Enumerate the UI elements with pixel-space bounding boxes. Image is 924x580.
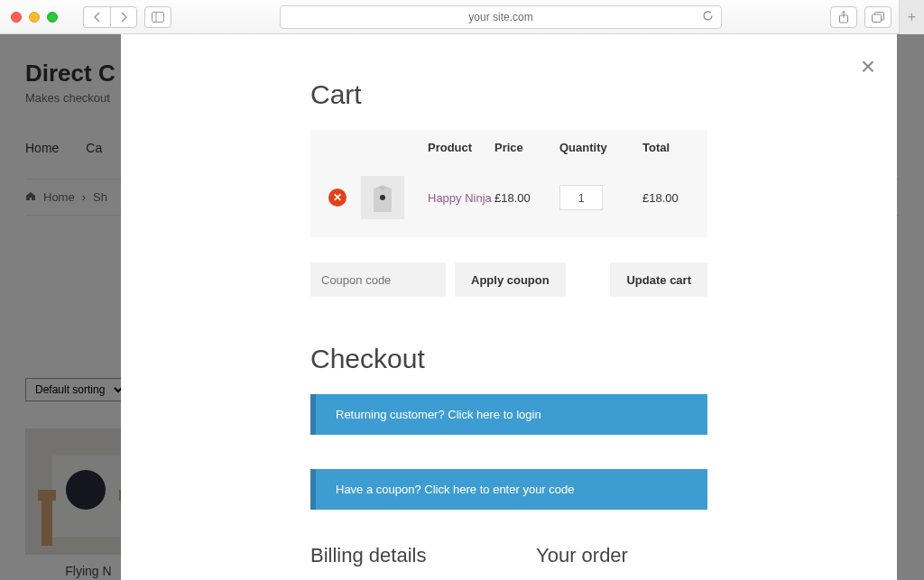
col-total: Total: [642, 141, 707, 154]
col-quantity: Quantity: [559, 141, 642, 154]
item-thumbnail: [361, 176, 404, 219]
checkout-modal: × Cart Product Price Quantity Total ✕: [121, 34, 897, 580]
share-icon[interactable]: [830, 6, 857, 28]
returning-customer-text: Returning customer? Click here to login: [336, 408, 541, 421]
url-text: your site.com: [468, 11, 532, 23]
item-price: £18.00: [494, 191, 559, 205]
cart-heading: Cart: [310, 79, 707, 110]
col-product: Product: [428, 141, 494, 154]
window-controls: [11, 12, 58, 23]
browser-toolbar: your site.com +: [0, 0, 924, 34]
svg-point-13: [380, 195, 385, 200]
svg-rect-0: [152, 12, 164, 22]
maximize-window-button[interactable]: [47, 12, 58, 23]
new-tab-button[interactable]: +: [899, 0, 924, 34]
close-window-button[interactable]: [11, 12, 22, 23]
col-price: Price: [494, 141, 559, 154]
close-icon[interactable]: ×: [861, 54, 875, 79]
item-name-link[interactable]: Happy Ninja: [428, 191, 492, 205]
update-cart-button[interactable]: Update cart: [610, 262, 707, 297]
billing-details-heading: Billing details: [310, 544, 482, 567]
reload-icon[interactable]: [702, 10, 714, 24]
apply-coupon-button[interactable]: Apply coupon: [455, 262, 566, 297]
remove-item-button[interactable]: ✕: [328, 189, 346, 207]
returning-customer-banner[interactable]: Returning customer? Click here to login: [310, 394, 707, 435]
back-button[interactable]: [83, 6, 110, 28]
cart-item-row: ✕ Happy Ninja £18.00 £18.00: [310, 165, 707, 237]
forward-button[interactable]: [110, 6, 137, 28]
item-total: £18.00: [642, 191, 707, 205]
svg-rect-4: [873, 14, 882, 23]
quantity-input[interactable]: [559, 185, 603, 210]
coupon-input[interactable]: [310, 262, 446, 297]
checkout-heading: Checkout: [310, 344, 707, 374]
have-coupon-banner[interactable]: Have a coupon? Click here to enter your …: [310, 469, 707, 510]
tabs-icon[interactable]: [864, 6, 892, 28]
cart-table-header: Product Price Quantity Total: [310, 130, 707, 165]
your-order-heading: Your order: [536, 544, 707, 567]
have-coupon-text: Have a coupon? Click here to enter your …: [336, 483, 575, 496]
cart-actions-row: Apply coupon Update cart: [310, 262, 707, 297]
sidebar-toggle-icon[interactable]: [144, 6, 171, 28]
address-bar[interactable]: your site.com: [280, 5, 722, 29]
minimize-window-button[interactable]: [29, 12, 40, 23]
